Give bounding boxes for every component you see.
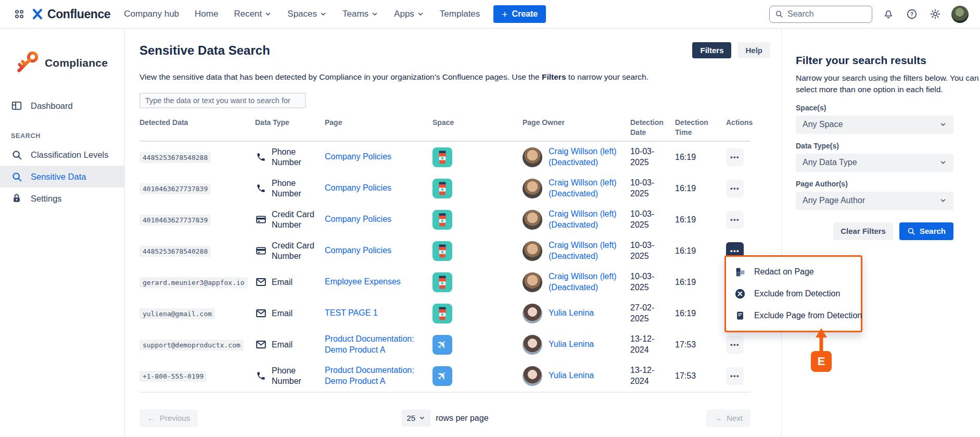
next-page-button[interactable]: → Next bbox=[706, 409, 750, 427]
chevron-down-icon bbox=[264, 10, 272, 18]
filter-search-button[interactable]: Search bbox=[899, 222, 953, 240]
rows-per-page-select[interactable]: 25 bbox=[401, 409, 430, 427]
filter-field-value: Any Page Author bbox=[803, 196, 865, 205]
menu-item-exclude-from-detection[interactable]: Exclude from Detection bbox=[726, 283, 861, 305]
page-link[interactable]: Product Documentation: Demo Product A bbox=[325, 365, 421, 387]
filter-field-label: Page Author(s) bbox=[796, 180, 953, 188]
cell-detection-date: 10-03-2025 bbox=[630, 146, 675, 168]
cell-page-owner: Craig Willson (left) (Deactivated) bbox=[523, 146, 630, 168]
topnav-item-spaces[interactable]: Spaces bbox=[287, 9, 327, 19]
credit-card-icon bbox=[255, 245, 266, 256]
cell-actions: ••• bbox=[726, 211, 750, 229]
table-row: 4010463627737839Phone NumberCompany Poli… bbox=[139, 173, 750, 204]
confluence-logo[interactable]: Confluence bbox=[31, 7, 110, 21]
page-link[interactable]: Company Policies bbox=[325, 245, 391, 256]
column-header-detected-data: Detected Data bbox=[139, 118, 255, 128]
clear-filters-button[interactable]: Clear Filters bbox=[833, 222, 893, 240]
cell-data-type: Email bbox=[255, 277, 325, 288]
sidebar-item-dashboard[interactable]: Dashboard bbox=[0, 95, 124, 117]
page-link[interactable]: Product Documentation: Demo Product A bbox=[325, 334, 421, 356]
pagination: ← Previous 25 rows per page → Next bbox=[139, 409, 750, 427]
previous-page-button[interactable]: ← Previous bbox=[139, 409, 198, 427]
cell-space bbox=[432, 241, 523, 261]
cell-page: TEST PAGE 1 bbox=[325, 308, 432, 319]
topnav-item-label: Company hub bbox=[124, 9, 179, 19]
topnav-item-templates[interactable]: Templates bbox=[440, 9, 480, 19]
page-owner-link[interactable]: Craig Willson (left) (Deactivated) bbox=[549, 271, 626, 293]
topnav-item-apps[interactable]: Apps bbox=[394, 9, 424, 19]
row-actions-button[interactable]: ••• bbox=[726, 148, 744, 166]
cell-detection-date: 10-03-2025 bbox=[630, 240, 675, 262]
cell-detected-data: support@demoproductx.com bbox=[139, 340, 255, 349]
cell-detection-date: 10-03-2025 bbox=[630, 209, 675, 231]
topnav-item-teams[interactable]: Teams bbox=[342, 9, 378, 19]
detection-date-value: 27-02-2025 bbox=[630, 303, 664, 324]
row-actions-button[interactable]: ••• bbox=[726, 180, 744, 197]
detected-data-value: 4010463627737839 bbox=[139, 215, 211, 226]
page-owner-link[interactable]: Craig Willson (left) (Deactivated) bbox=[549, 209, 626, 231]
page-owner-link[interactable]: Yulia Lenina bbox=[549, 308, 594, 319]
table-search-input[interactable] bbox=[139, 93, 306, 108]
row-actions-button[interactable]: ••• bbox=[726, 367, 744, 385]
filter-fields: Space(s)Any SpaceData Type(s)Any Data Ty… bbox=[796, 104, 980, 210]
cell-detected-data: +1-800-555-0199 bbox=[139, 371, 255, 381]
app-switcher-icon[interactable] bbox=[11, 6, 27, 22]
column-header-actions: Actions bbox=[726, 118, 750, 128]
coffee-space-icon bbox=[432, 147, 523, 167]
data-type-label: Credit Card Number bbox=[272, 209, 320, 230]
filters-button[interactable]: Filters bbox=[692, 42, 731, 58]
page-link[interactable]: TEST PAGE 1 bbox=[325, 308, 378, 319]
phone-icon bbox=[255, 183, 266, 193]
page-link[interactable]: Company Policies bbox=[325, 183, 391, 194]
page-link[interactable]: Company Policies bbox=[325, 152, 391, 163]
filter-field-select[interactable]: Any Page Author bbox=[796, 192, 953, 210]
global-search-input[interactable] bbox=[787, 9, 867, 19]
column-header-data-type: Data Type bbox=[255, 118, 325, 128]
cell-space bbox=[432, 304, 523, 323]
page-link[interactable]: Company Policies bbox=[325, 214, 391, 225]
page-owner-link[interactable]: Craig Willson (left) (Deactivated) bbox=[549, 178, 626, 199]
row-actions-button[interactable]: ••• bbox=[726, 211, 744, 229]
cell-page: Company Policies bbox=[325, 183, 432, 194]
table-header-row: Detected DataData TypePageSpacePage Owne… bbox=[139, 118, 750, 142]
help-icon[interactable]: ? bbox=[905, 7, 919, 21]
avatar bbox=[523, 179, 542, 198]
cell-detection-time: 16:19 bbox=[675, 215, 726, 224]
coffee-space-icon bbox=[432, 210, 523, 230]
notifications-bell-icon[interactable] bbox=[881, 7, 896, 21]
menu-item-exclude-page-from-detection[interactable]: Exclude Page from Detection bbox=[726, 305, 861, 327]
cell-page: Product Documentation: Demo Product A bbox=[325, 365, 432, 387]
cell-page: Employee Expenses bbox=[325, 277, 432, 288]
topnav-item-label: Apps bbox=[394, 9, 414, 19]
page-link[interactable]: Employee Expenses bbox=[325, 277, 401, 288]
filter-field-value: Any Data Type bbox=[803, 158, 857, 167]
create-button[interactable]: + Create bbox=[493, 5, 546, 23]
phone-icon bbox=[255, 152, 266, 162]
exclude-page-icon bbox=[734, 310, 746, 321]
topnav-item-label: Recent bbox=[234, 9, 262, 19]
search-icon bbox=[775, 10, 783, 18]
sidebar-item-sensitive-data[interactable]: Sensitive Data bbox=[0, 166, 124, 188]
avatar bbox=[523, 366, 542, 386]
filter-field-select[interactable]: Any Space bbox=[796, 116, 953, 134]
detection-date-value: 10-03-2025 bbox=[630, 209, 664, 231]
sidebar-item-classification-levels[interactable]: Classification Levels bbox=[0, 144, 124, 166]
cell-page-owner: Craig Willson (left) (Deactivated) bbox=[523, 271, 630, 293]
topnav-item-recent[interactable]: Recent bbox=[234, 9, 272, 19]
page-owner-link[interactable]: Craig Willson (left) (Deactivated) bbox=[549, 240, 626, 262]
row-actions-button[interactable]: ••• bbox=[726, 336, 744, 354]
page-owner-link[interactable]: Craig Willson (left) (Deactivated) bbox=[549, 146, 626, 168]
filter-field-select[interactable]: Any Data Type bbox=[796, 154, 953, 172]
sidebar-item-settings[interactable]: Settings bbox=[0, 188, 124, 209]
topnav-item-home[interactable]: Home bbox=[195, 9, 218, 19]
settings-gear-icon[interactable] bbox=[928, 7, 943, 21]
help-button[interactable]: Help bbox=[737, 42, 770, 58]
global-search[interactable] bbox=[769, 6, 872, 23]
user-avatar[interactable] bbox=[951, 6, 969, 23]
page-owner-link[interactable]: Yulia Lenina bbox=[549, 339, 594, 350]
column-header-page-owner: Page Owner bbox=[523, 118, 630, 128]
menu-item-redact-on-page[interactable]: Redact on Page bbox=[726, 261, 861, 283]
topnav-item-company-hub[interactable]: Company hub bbox=[124, 9, 179, 19]
page-owner-link[interactable]: Yulia Lenina bbox=[549, 370, 594, 381]
filter-field-page-author-s-: Page Author(s)Any Page Author bbox=[796, 180, 953, 210]
